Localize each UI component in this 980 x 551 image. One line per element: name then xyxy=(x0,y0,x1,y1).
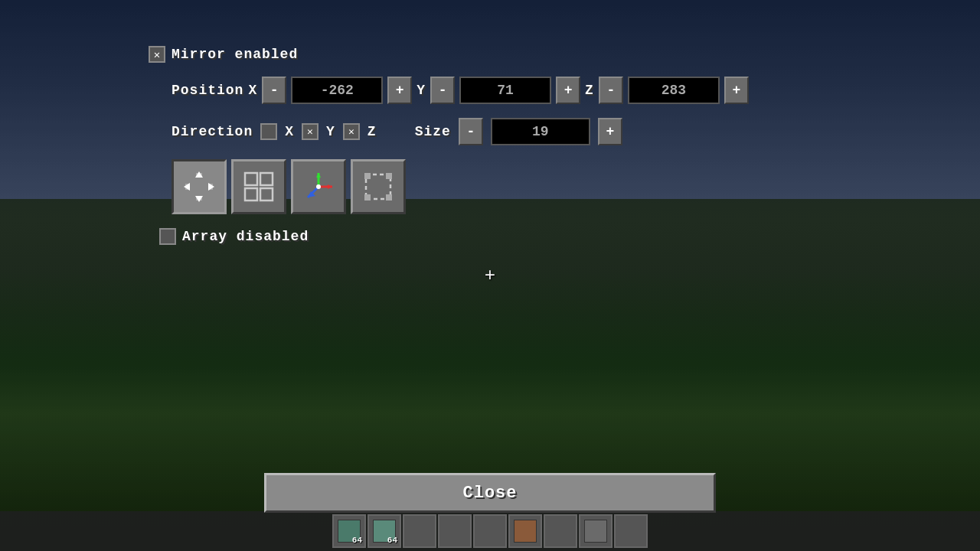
direction-y-checkbox[interactable] xyxy=(302,123,318,140)
main-panel: Mirror enabled Position X - + Y - + Z - … xyxy=(130,31,835,274)
position-label: Position xyxy=(172,83,243,98)
hotbar-item-8 xyxy=(584,520,607,543)
direction-x-checkbox[interactable] xyxy=(260,123,277,140)
position-z-label: Z xyxy=(585,83,594,98)
hotbar-slot-3[interactable] xyxy=(403,514,436,548)
position-y-minus[interactable]: - xyxy=(430,77,455,104)
svg-rect-11 xyxy=(260,173,273,185)
mirror-checkbox[interactable] xyxy=(149,46,165,63)
position-x-plus[interactable]: + xyxy=(387,77,412,104)
svg-rect-13 xyxy=(260,188,273,201)
axis-icon xyxy=(302,170,335,204)
position-y-plus[interactable]: + xyxy=(556,77,580,104)
hotbar-item-6 xyxy=(514,520,537,543)
position-y-input[interactable] xyxy=(459,77,551,104)
select-tool-button[interactable] xyxy=(351,159,406,214)
svg-rect-10 xyxy=(245,173,257,185)
svg-rect-5 xyxy=(190,184,208,190)
hotbar-slot-9[interactable] xyxy=(614,514,648,548)
hotbar-slot-4[interactable] xyxy=(438,514,472,548)
mirror-row: Mirror enabled xyxy=(149,46,816,63)
size-label: Size xyxy=(415,124,451,139)
svg-rect-22 xyxy=(364,173,371,179)
svg-rect-23 xyxy=(386,173,392,179)
svg-rect-25 xyxy=(386,194,392,201)
direction-label: Direction xyxy=(172,124,253,139)
hotbar-slot-2[interactable]: 64 xyxy=(368,514,401,548)
position-z-minus[interactable]: - xyxy=(599,77,623,104)
array-label: Array disabled xyxy=(182,229,309,244)
position-row: Position X - + Y - + Z - + xyxy=(172,77,816,104)
position-x-label: X xyxy=(248,83,257,98)
hotbar-count-1: 64 xyxy=(352,536,362,545)
hotbar: 64 64 xyxy=(0,511,980,551)
hotbar-slot-1[interactable]: 64 xyxy=(332,514,366,548)
direction-size-row: Direction X Y Z Size - + xyxy=(172,118,816,145)
size-minus[interactable]: - xyxy=(459,118,483,145)
position-y-label: Y xyxy=(416,83,426,98)
position-x-input[interactable] xyxy=(291,77,383,104)
hotbar-count-2: 64 xyxy=(387,536,397,545)
hotbar-slot-7[interactable] xyxy=(544,514,577,548)
direction-x-label: X xyxy=(285,124,294,139)
hotbar-slot-5[interactable] xyxy=(473,514,507,548)
mirror-label: Mirror enabled xyxy=(172,47,298,62)
array-checkbox[interactable] xyxy=(159,228,176,245)
move-tool-button[interactable] xyxy=(172,159,227,214)
svg-marker-17 xyxy=(316,173,321,178)
position-z-plus[interactable]: + xyxy=(724,77,749,104)
direction-z-checkbox[interactable] xyxy=(343,123,360,140)
array-row: Array disabled xyxy=(159,228,816,245)
direction-y-label: Y xyxy=(326,124,335,139)
svg-point-20 xyxy=(316,184,321,189)
close-button[interactable]: Close xyxy=(264,473,716,513)
tools-row xyxy=(172,159,816,214)
size-input[interactable] xyxy=(491,118,590,145)
grid-icon xyxy=(242,170,276,204)
move-icon xyxy=(182,170,216,204)
size-plus[interactable]: + xyxy=(598,118,622,145)
direction-z-label: Z xyxy=(368,124,377,139)
svg-rect-12 xyxy=(245,188,257,201)
hotbar-slot-6[interactable] xyxy=(508,514,542,548)
axis-tool-button[interactable] xyxy=(291,159,346,214)
svg-rect-24 xyxy=(364,194,371,201)
position-z-input[interactable] xyxy=(628,77,720,104)
grid-tool-button[interactable] xyxy=(231,159,286,214)
hotbar-slot-8[interactable] xyxy=(579,514,612,548)
position-x-minus[interactable]: - xyxy=(262,77,286,104)
svg-marker-15 xyxy=(328,184,332,189)
select-icon xyxy=(361,170,395,204)
